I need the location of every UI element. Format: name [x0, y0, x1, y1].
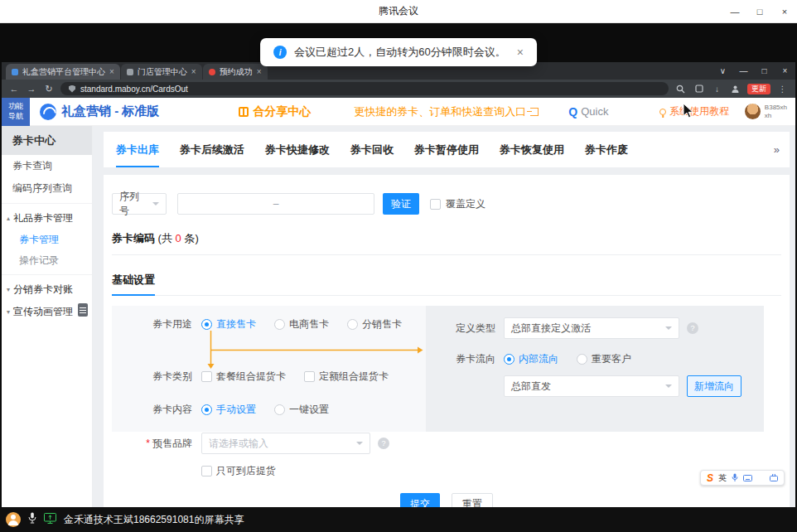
- presale-brand-select[interactable]: 请选择或输入: [201, 433, 370, 454]
- tab-close-icon[interactable]: ×: [191, 67, 196, 76]
- radio-manual-setup[interactable]: 手动设置: [201, 403, 256, 417]
- extension-icon[interactable]: [693, 83, 705, 95]
- checkbox-combo-pickup-card[interactable]: 套餐组合提货卡: [201, 370, 286, 384]
- browser-tab-booking-ok[interactable]: 预约成功 ×: [203, 64, 268, 80]
- tutorial-label: 系统使用教程: [669, 104, 729, 118]
- card-category-row: 券卡类别 套餐组合提货卡 定额组合提货卡: [112, 370, 407, 384]
- forward-icon[interactable]: →: [26, 84, 37, 94]
- tab-card-quick-edit[interactable]: 券卡快捷修改: [265, 132, 330, 167]
- help-icon[interactable]: ?: [378, 438, 389, 449]
- browser-close-button[interactable]: ×: [775, 66, 795, 75]
- checkbox[interactable]: [430, 199, 441, 210]
- apps-grid-icon[interactable]: [757, 474, 765, 481]
- radio-icon[interactable]: [504, 354, 514, 365]
- radio-one-click-setup[interactable]: 一键设置: [274, 403, 329, 417]
- radio-icon[interactable]: [274, 404, 285, 415]
- checkbox-label: 套餐组合提货卡: [216, 370, 286, 384]
- verify-button[interactable]: 验证: [383, 193, 419, 215]
- sidebar-group-gift-card-mgmt[interactable]: ▴ 礼品券卡管理: [2, 207, 92, 230]
- checkbox-fixed-combo-pickup-card[interactable]: 定额组合提货卡: [304, 370, 389, 384]
- sidebar-group-label: 分销券卡对账: [13, 283, 73, 297]
- minimize-button[interactable]: —: [722, 0, 747, 23]
- toast-close-icon[interactable]: ×: [517, 46, 524, 59]
- tab-card-recycle[interactable]: 券卡回收: [350, 132, 394, 167]
- tab-close-icon[interactable]: ×: [257, 67, 262, 76]
- radio-label: 手动设置: [216, 403, 256, 417]
- radio-distribution-sale[interactable]: 分销售卡: [347, 317, 402, 331]
- browser-tab-gift-platform[interactable]: 礼盒营销平台管理中心 ×: [6, 64, 120, 80]
- sidebar-item-operation-log[interactable]: 操作记录: [2, 250, 92, 271]
- radio-direct-sale[interactable]: 直接售卡: [201, 317, 256, 331]
- radio-icon[interactable]: [274, 319, 285, 330]
- quick-search[interactable]: Q Quick: [568, 105, 608, 118]
- download-icon[interactable]: ↓: [711, 83, 723, 95]
- serial-select[interactable]: 序列号: [112, 193, 167, 215]
- mic-icon[interactable]: [28, 512, 36, 527]
- override-checkbox-group[interactable]: 覆盖定义: [430, 197, 485, 211]
- radio-icon[interactable]: [347, 319, 358, 330]
- quick-entry-link[interactable]: 更快捷的券卡、订单和快递查询入口: [354, 104, 539, 119]
- tab-search-icon[interactable]: ∨: [712, 66, 733, 75]
- radio-icon[interactable]: [201, 404, 212, 415]
- browser-minimize-button[interactable]: —: [733, 66, 754, 75]
- sidebar-item-card-query[interactable]: 券卡查询: [2, 155, 92, 177]
- sidebar-item-card-mgmt[interactable]: 券卡管理: [2, 230, 92, 250]
- tab-close-icon[interactable]: ×: [109, 67, 114, 76]
- sidebar-collapse-handle[interactable]: [78, 303, 88, 317]
- checkbox[interactable]: [201, 466, 212, 476]
- radio-key-customer[interactable]: 重要客户: [577, 352, 631, 366]
- tab-card-activate[interactable]: 券卡后续激活: [180, 132, 244, 167]
- gift-icon: [239, 107, 249, 117]
- url-text: standard.maboy.cn/CardsOut: [80, 85, 188, 94]
- tab-card-void[interactable]: 券卡作废: [585, 132, 628, 167]
- tab-card-restore[interactable]: 券卡恢复使用: [500, 132, 564, 167]
- add-flow-button[interactable]: 新增流向: [687, 375, 741, 397]
- address-bar[interactable]: standard.maboy.cn/CardsOut: [60, 82, 669, 95]
- presenter-avatar-icon: [6, 512, 21, 527]
- sidebar-group-distribution-recon[interactable]: ▾ 分销券卡对账: [2, 278, 92, 301]
- profile-icon[interactable]: [729, 83, 741, 95]
- reload-icon[interactable]: ↻: [43, 84, 55, 94]
- zoom-icon[interactable]: [674, 83, 687, 95]
- reset-button[interactable]: 重置: [452, 493, 493, 507]
- flow-select[interactable]: 总部直发: [504, 375, 679, 397]
- user-menu[interactable]: B385xh xh: [745, 104, 787, 120]
- browser-tab-store-center[interactable]: 门店管理中心 ×: [121, 64, 202, 80]
- share-center-link[interactable]: 合分享中心: [239, 104, 311, 119]
- keyboard-icon[interactable]: [743, 475, 752, 481]
- share-status-text: 金禾通技术王斌18662591081的屏幕共享: [64, 513, 244, 527]
- shared-screen-stage: 礼盒营销平台管理中心 × 门店管理中心 × 预约成功 × ∨ — □: [0, 23, 797, 507]
- radio-icon[interactable]: [577, 354, 587, 365]
- function-nav-button[interactable]: 功能 导航: [2, 98, 30, 126]
- mic-icon[interactable]: [732, 473, 738, 482]
- screen-share-icon[interactable]: [44, 512, 56, 527]
- submit-button[interactable]: 提交: [400, 493, 440, 507]
- kebab-menu-icon[interactable]: ⋮: [776, 83, 789, 95]
- presale-brand-label: 预售品牌: [152, 438, 192, 449]
- tutorial-link[interactable]: 系统使用教程: [659, 104, 729, 118]
- tab-card-pause[interactable]: 券卡暂停使用: [414, 132, 479, 167]
- radio-internal-flow[interactable]: 内部流向: [504, 352, 558, 366]
- chevron-up-icon: ▴: [7, 215, 10, 222]
- store-pickup-row: 只可到店提货: [112, 464, 294, 478]
- definition-type-select[interactable]: 总部直接定义激活: [504, 317, 679, 339]
- maximize-button[interactable]: □: [747, 0, 772, 23]
- sidebar-item-code-serial-query[interactable]: 编码序列查询: [2, 177, 92, 200]
- tab-card-issue[interactable]: 券卡出库: [116, 132, 159, 167]
- browser-maximize-button[interactable]: □: [754, 66, 775, 75]
- close-button[interactable]: ×: [772, 0, 797, 23]
- checkbox[interactable]: [304, 371, 315, 382]
- radio-ecommerce-sale[interactable]: 电商售卡: [274, 317, 329, 331]
- back-icon[interactable]: ←: [8, 84, 20, 94]
- browser-update-button[interactable]: 更新: [747, 84, 770, 94]
- checkbox[interactable]: [201, 371, 212, 382]
- checkbox-store-pickup-only[interactable]: 只可到店提货: [201, 464, 276, 478]
- toolbox-icon[interactable]: [770, 474, 778, 481]
- serial-range-input[interactable]: –: [177, 193, 374, 215]
- more-tabs-button[interactable]: »: [774, 143, 780, 156]
- site-security-icon: [69, 85, 75, 93]
- ime-toolbar[interactable]: S 英: [700, 470, 785, 486]
- radio-icon[interactable]: [201, 319, 212, 330]
- ime-language-indicator[interactable]: 英: [718, 472, 727, 484]
- help-icon[interactable]: ?: [687, 322, 698, 334]
